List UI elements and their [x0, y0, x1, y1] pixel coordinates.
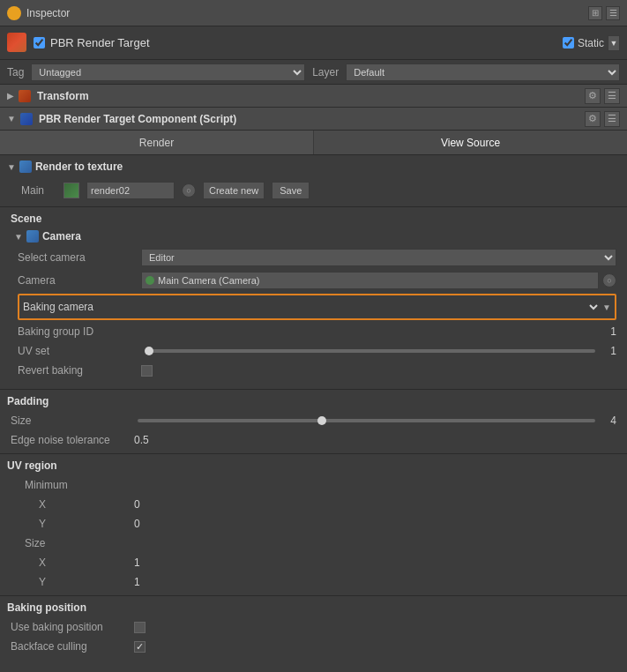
camera-sub-header[interactable]: ▼ Camera: [14, 230, 620, 243]
padding-size-row: Size 4: [7, 411, 620, 430]
inspector-icon: [7, 6, 21, 20]
render-texture-arrow: ▼: [7, 162, 16, 172]
baking-camera-select[interactable]: [583, 298, 601, 316]
camera-sub-group: ▼ Camera Select camera Editor Camera Mai…: [14, 230, 620, 380]
transform-title: Transform: [37, 90, 585, 102]
transform-actions: ⚙ ☰: [585, 88, 620, 104]
use-baking-position-row: Use baking position: [7, 617, 620, 637]
uv-set-label: UV set: [18, 345, 141, 357]
use-baking-label: Use baking position: [11, 621, 134, 633]
render-to-texture-section: ▼ Render to texture Main ○ Create new Sa…: [0, 155, 627, 207]
layer-select[interactable]: Default: [346, 63, 620, 81]
uv-region-section: UV region Minimum X 0 Y 0 Size X 1 Y 1: [0, 453, 627, 595]
transform-menu-btn[interactable]: ☰: [604, 88, 620, 104]
tag-select[interactable]: Untagged: [31, 63, 305, 81]
padding-group-label: Padding: [7, 395, 620, 407]
title-bar-actions: ⊞ ☰: [588, 6, 620, 20]
camera-circle-btn[interactable]: ○: [602, 273, 616, 287]
title-bar-layout-btn[interactable]: ⊞: [588, 6, 602, 20]
render-to-texture-header[interactable]: ▼ Render to texture: [7, 161, 620, 173]
uv-size-x-row: X 1: [7, 553, 620, 572]
use-baking-checkbox[interactable]: [134, 622, 146, 633]
script-menu-btn[interactable]: ☰: [604, 111, 620, 127]
padding-size-slider[interactable]: [138, 419, 595, 422]
uv-min-y-row: Y 0: [7, 514, 620, 534]
tab-view-source[interactable]: View Source: [314, 131, 627, 154]
camera-icon: [26, 230, 39, 243]
script-section-header[interactable]: ▼ PBR Render Target Component (Script) ⚙…: [0, 108, 627, 131]
tag-label: Tag: [7, 66, 24, 78]
title-bar: Inspector ⊞ ☰: [0, 0, 627, 26]
script-title: PBR Render Target Component (Script): [39, 113, 585, 125]
baking-position-label: Baking position: [7, 601, 620, 614]
script-arrow: ▼: [7, 114, 16, 123]
script-icon: [19, 112, 34, 126]
baking-group-id-value: 1: [610, 325, 616, 338]
save-button[interactable]: Save: [272, 182, 310, 199]
edge-noise-label: Edge noise tolerance: [11, 434, 134, 446]
uv-min-y-value: 0: [134, 518, 140, 530]
uv-size-label: Size: [11, 537, 134, 549]
object-active-checkbox[interactable]: [34, 37, 45, 49]
title-bar-text: Inspector: [26, 7, 70, 19]
tab-row: Render View Source: [0, 131, 627, 155]
tag-row: Tag Untagged Layer Default: [0, 60, 627, 85]
camera-row: Camera Main Camera (Camera) ○: [14, 269, 620, 292]
uv-size-x-value: 1: [134, 556, 140, 569]
script-gear-btn[interactable]: ⚙: [585, 111, 601, 127]
padding-size-value: 4: [599, 414, 616, 427]
transform-gear-btn[interactable]: ⚙: [585, 88, 601, 104]
object-row: PBR Render Target Static ▼: [0, 26, 627, 60]
baking-group-id-label: Baking group ID: [18, 325, 141, 338]
transform-arrow: ▶: [7, 91, 14, 101]
tab-render[interactable]: Render: [0, 131, 314, 154]
uv-set-slider[interactable]: [145, 349, 595, 353]
texture-name-field[interactable]: [86, 182, 175, 199]
render-texture-icon: [19, 161, 32, 173]
backface-checkmark: ✓: [136, 642, 144, 652]
padding-section: Padding Size 4 Edge noise tolerance 0.5: [0, 389, 627, 453]
revert-baking-label: Revert baking: [18, 364, 141, 377]
baking-camera-dropdown-arrow: ▼: [602, 302, 611, 312]
transform-section-header[interactable]: ▶ Transform ⚙ ☰: [0, 85, 627, 108]
uv-min-y-label: Y: [11, 518, 134, 530]
uv-size-x-label: X: [11, 556, 134, 569]
select-camera-label: Select camera: [18, 251, 141, 264]
uv-region-label: UV region: [7, 459, 620, 472]
backface-label: Backface culling: [11, 640, 134, 653]
camera-label: Camera: [18, 274, 141, 287]
camera-value-dot: [146, 276, 154, 285]
render-main-label: Main: [21, 184, 56, 197]
uv-set-value: 1: [599, 345, 616, 357]
render-to-texture-title: Render to texture: [35, 161, 123, 173]
texture-circle-btn[interactable]: ○: [182, 183, 196, 198]
transform-icon: [18, 89, 32, 103]
static-dropdown[interactable]: ▼: [608, 35, 620, 51]
padding-size-label: Size: [11, 414, 134, 427]
uv-size-y-row: Y 1: [7, 572, 620, 592]
backface-checkbox[interactable]: ✓: [134, 641, 146, 653]
static-section: Static ▼: [563, 35, 620, 51]
select-camera-select[interactable]: Editor: [141, 249, 616, 266]
static-checkbox[interactable]: [563, 37, 574, 49]
uv-minimum-label: Minimum: [11, 479, 134, 491]
create-new-button[interactable]: Create new: [203, 182, 265, 199]
uv-set-row: UV set 1: [14, 341, 620, 361]
texture-preview: [63, 183, 79, 198]
select-camera-row: Select camera Editor: [14, 246, 620, 269]
baking-camera-label: Baking camera: [23, 301, 583, 313]
uv-minimum-row: Minimum: [7, 475, 620, 495]
uv-size-y-value: 1: [134, 576, 140, 588]
scene-group-label: Scene: [11, 213, 620, 225]
uv-min-x-row: X 0: [7, 495, 620, 514]
baking-group-id-row: Baking group ID 1: [14, 322, 620, 341]
camera-arrow: ▼: [14, 232, 23, 242]
revert-baking-checkbox[interactable]: [141, 365, 153, 377]
baking-camera-row[interactable]: Baking camera ▼: [18, 294, 616, 320]
script-actions: ⚙ ☰: [585, 111, 620, 127]
edge-noise-row: Edge noise tolerance 0.5: [7, 430, 620, 450]
camera-title: Camera: [42, 230, 81, 243]
backface-culling-row: Backface culling ✓: [7, 637, 620, 656]
uv-size-y-label: Y: [11, 576, 134, 588]
title-bar-menu-btn[interactable]: ☰: [606, 6, 620, 20]
